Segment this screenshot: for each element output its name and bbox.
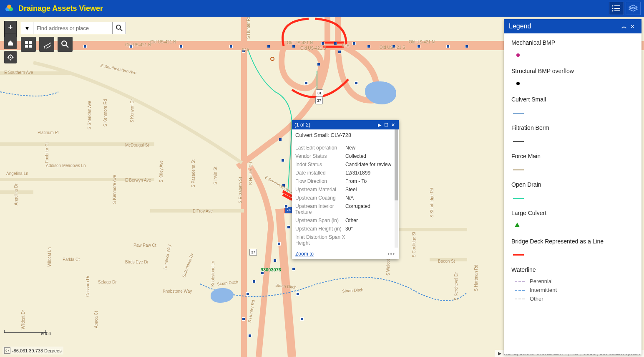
asset-point[interactable] [248, 334, 252, 337]
asset-point[interactable] [279, 138, 282, 141]
map-road-label: S Elizabeth St [238, 177, 243, 203]
zoom-to-link[interactable]: Zoom to [295, 251, 314, 257]
map-road-label: Wildcat Dr [21, 310, 25, 329]
map-road-label: Wildcat Ln [47, 247, 52, 267]
layers-toggle-button[interactable] [626, 2, 641, 15]
asset-point[interactable] [338, 50, 341, 53]
zoom-in-button[interactable]: + [4, 21, 17, 33]
locate-button[interactable] [4, 51, 17, 63]
asset-point[interactable] [321, 42, 325, 45]
asset-point[interactable] [300, 317, 304, 321]
popup-actions-button[interactable]: ••• [387, 251, 395, 257]
map-road-label: E Troy Ave [193, 209, 213, 213]
legend-item: Open Drain [511, 181, 634, 200]
asset-point[interactable] [292, 45, 295, 48]
map-road-label: Abaca Ct [94, 311, 98, 328]
asset-point[interactable] [446, 45, 450, 48]
asset-point[interactable] [465, 45, 468, 48]
popup-body[interactable]: Last Edit operationNewVendor StatusColle… [292, 142, 399, 249]
asset-point[interactable] [229, 45, 233, 48]
map-road-label: E Berwyn Ave [125, 178, 151, 182]
svg-point-6 [612, 5, 614, 7]
map-road-label: Parkla Ct [63, 257, 80, 262]
popup-scrollbar[interactable] [395, 129, 398, 248]
asset-point[interactable] [179, 45, 183, 48]
asset-point[interactable] [287, 225, 290, 229]
asset-point[interactable] [417, 45, 420, 48]
map-road-label: Paw Paw Ct [133, 243, 156, 248]
asset-point[interactable] [284, 205, 288, 208]
map-road-label: Knobstone Way [163, 289, 192, 294]
popup-counter: (1 of 2) [294, 122, 310, 128]
measure-button[interactable] [39, 37, 54, 52]
asset-point[interactable] [296, 292, 299, 296]
asset-point[interactable] [267, 45, 270, 48]
search-input[interactable] [33, 22, 113, 34]
legend-close-button[interactable]: ✕ [628, 23, 636, 30]
feature-popup: (1 of 2) ▶ ☐ ✕ Culvert Small: CLV-728 La… [292, 120, 399, 259]
map-road-label: Old US-421 N [125, 43, 151, 47]
map-road-label: S Hunter Rd [249, 162, 253, 185]
legend-body[interactable]: Mechanical BMPStructural BMP overflowCul… [504, 33, 641, 354]
asset-point[interactable] [83, 45, 87, 48]
search-button[interactable] [113, 22, 126, 34]
legend-collapse-button[interactable]: ︽ [620, 23, 628, 30]
map-road-label: S Irwin St [213, 167, 218, 185]
map-road-label: 94A [242, 48, 249, 52]
asset-point[interactable] [252, 280, 256, 283]
popup-close-button[interactable]: ✕ [390, 122, 396, 128]
map-road-label: S Kitley Ave [159, 160, 164, 182]
basemap-button[interactable] [21, 37, 36, 52]
map-road-label: S Kercheval Dr [454, 272, 458, 300]
map-road-label: McDougal St [125, 143, 149, 147]
popup-row: Upstream CoatingN/A [295, 194, 395, 202]
popup-maximize-button[interactable]: ☐ [383, 122, 390, 128]
asset-point[interactable] [273, 259, 277, 262]
map-road-label: Birds Eye Dr [125, 260, 148, 264]
find-button[interactable] [58, 37, 73, 52]
search-scope-dropdown[interactable]: ▾ [21, 22, 33, 34]
svg-point-18 [10, 57, 11, 58]
map-road-label: Bacon St [438, 259, 455, 263]
asset-point[interactable] [246, 292, 249, 296]
asset-point[interactable] [352, 42, 356, 45]
legend-item: Structural BMP overflow [511, 68, 634, 87]
svg-rect-24 [29, 41, 32, 44]
map-road-label: Old US-421 N [287, 41, 313, 45]
home-button[interactable] [4, 37, 17, 49]
route-shield-37: 37 [315, 97, 323, 104]
asset-point[interactable] [277, 242, 281, 246]
asset-point[interactable] [281, 159, 284, 162]
map-road-label: Old US-421 N [409, 40, 435, 44]
legend-item: Force Main [511, 153, 634, 172]
search-icon [61, 41, 69, 48]
asset-point[interactable] [355, 81, 358, 85]
asset-point[interactable] [334, 42, 337, 45]
asset-point[interactable] [292, 267, 295, 271]
svg-rect-26 [29, 45, 32, 48]
legend-toggle-button[interactable] [609, 2, 624, 15]
popup-row: Date installed12/31/1899 [295, 169, 395, 177]
popup-row: Vendor StatusCollected [295, 152, 395, 160]
layers-icon [629, 5, 638, 12]
asset-point[interactable] [304, 81, 308, 85]
popup-row: Indot StatusCandidate for review [295, 160, 395, 169]
asset-point[interactable] [367, 45, 370, 48]
map-road-label: 94B [342, 43, 350, 48]
map-canvas[interactable]: 31 37 74 37 93003076 Old US-421 NOld US-… [0, 17, 644, 357]
map-road-label: Knobstone Ln [211, 261, 215, 287]
app-title: Drainage Assets Viewer [18, 4, 103, 13]
app-header: Drainage Assets Viewer [0, 0, 644, 17]
map-road-label: S Kenyon Dr [130, 99, 134, 123]
asset-point[interactable] [317, 63, 320, 66]
popup-next-button[interactable]: ▶ [376, 122, 383, 128]
asset-point[interactable] [242, 317, 245, 321]
asset-circle[interactable] [270, 57, 274, 61]
legend-header[interactable]: Legend ︽ ✕ [504, 19, 641, 33]
popup-row: Flow DirectionFrom - To [295, 177, 395, 185]
popup-header[interactable]: (1 of 2) ▶ ☐ ✕ [292, 120, 399, 129]
map-road-label: S Hartman Rd [474, 265, 478, 291]
route-shield-31: 31 [316, 89, 323, 97]
coord-mode-icon[interactable]: ⇔ [4, 347, 10, 354]
popup-row: Upstream Span (in)Other [295, 216, 395, 225]
